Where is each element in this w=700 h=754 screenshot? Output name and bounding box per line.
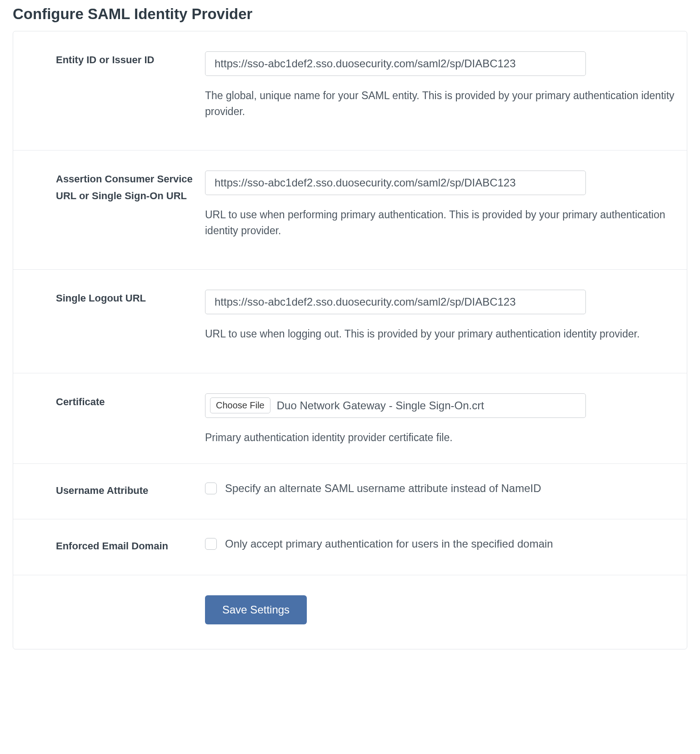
help-acs-url: URL to use when performing primary authe…	[205, 207, 675, 238]
label-username-attribute: Username Attribute	[56, 482, 148, 499]
enforced-domain-checkbox[interactable]	[205, 538, 217, 550]
row-acs-url: Assertion Consumer Service URL or Single…	[13, 151, 687, 270]
saml-config-panel: Entity ID or Issuer ID The global, uniqu…	[13, 31, 687, 649]
row-username-attribute: Username Attribute Specify an alternate …	[13, 464, 687, 519]
label-certificate: Certificate	[56, 393, 105, 410]
row-enforced-domain: Enforced Email Domain Only accept primar…	[13, 519, 687, 575]
label-enforced-domain: Enforced Email Domain	[56, 538, 168, 554]
certificate-file-name: Duo Network Gateway - Single Sign-On.crt	[277, 399, 484, 412]
username-attribute-checkbox[interactable]	[205, 483, 217, 494]
slo-url-input[interactable]	[205, 290, 586, 314]
username-attribute-checkbox-label: Specify an alternate SAML username attri…	[225, 482, 541, 495]
certificate-file-input[interactable]: Choose File Duo Network Gateway - Single…	[205, 393, 586, 418]
row-certificate: Certificate Choose File Duo Network Gate…	[13, 373, 687, 464]
help-entity-id: The global, unique name for your SAML en…	[205, 88, 675, 119]
row-save: Save Settings	[13, 575, 687, 649]
label-slo-url: Single Logout URL	[56, 290, 146, 307]
choose-file-button[interactable]: Choose File	[210, 397, 270, 413]
entity-id-input[interactable]	[205, 51, 586, 76]
help-slo-url: URL to use when logging out. This is pro…	[205, 326, 675, 342]
acs-url-input[interactable]	[205, 171, 586, 195]
save-settings-button[interactable]: Save Settings	[205, 595, 307, 624]
page-title: Configure SAML Identity Provider	[13, 5, 687, 23]
enforced-domain-checkbox-label: Only accept primary authentication for u…	[225, 538, 553, 550]
label-entity-id: Entity ID or Issuer ID	[56, 51, 154, 68]
label-acs-url: Assertion Consumer Service URL or Single…	[56, 171, 196, 205]
help-certificate: Primary authentication identity provider…	[205, 430, 675, 446]
row-entity-id: Entity ID or Issuer ID The global, uniqu…	[13, 31, 687, 151]
row-slo-url: Single Logout URL URL to use when loggin…	[13, 270, 687, 373]
